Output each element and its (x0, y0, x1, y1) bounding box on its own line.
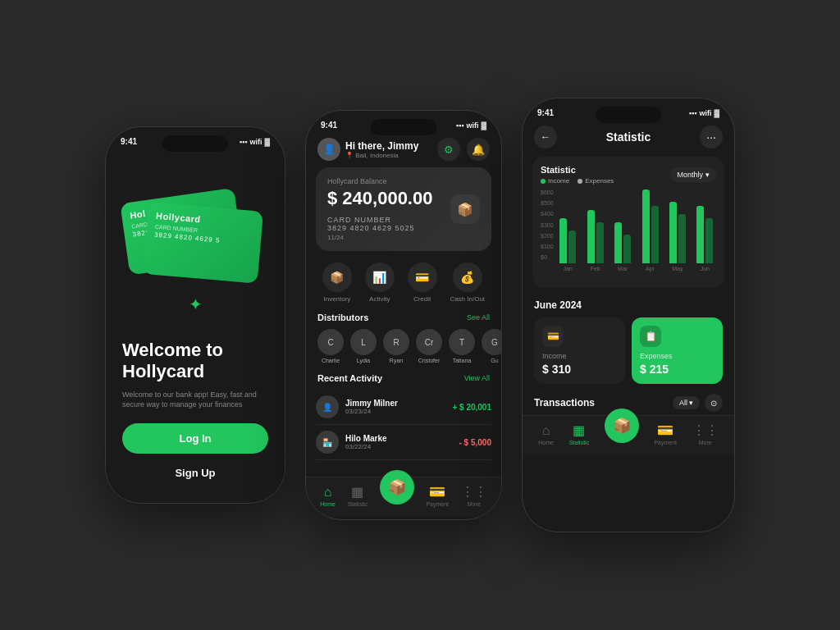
dist-avatar-charlie: C (317, 329, 344, 355)
nav-home[interactable]: ⌂ Home (320, 485, 336, 507)
balance-label: Hollycard Balance (327, 177, 480, 185)
dist-name-gu: Gu (491, 358, 498, 363)
activity-label: Activity (369, 295, 390, 303)
activity-name-1: Jimmy Milner (345, 399, 445, 408)
home-nav-icon: ⌂ (324, 485, 332, 500)
y-0: $0 (541, 254, 554, 260)
bar-group-jan: Jan (557, 218, 579, 272)
filter-options-button[interactable]: ⊙ (705, 394, 723, 412)
activity-info-2: Hilo Marke 03/22/24 (345, 434, 453, 450)
nav-statistic-active[interactable]: ▦ Statistic (569, 422, 590, 445)
login-button[interactable]: Log In (122, 423, 268, 454)
dist-name-tatiana: Tatiana (453, 358, 472, 363)
dist-lydia[interactable]: L Lydia (350, 329, 377, 363)
activity-item-1[interactable]: 👤 Jimmy Milner 03/23/24 + $ 20,001 (316, 390, 491, 425)
action-activity[interactable]: 📊 Activity (365, 262, 395, 303)
legend-income: Income (541, 177, 569, 185)
wifi-icon-2: wifi (466, 121, 478, 130)
status-icons-1: ▪▪▪ wifi ▓ (240, 138, 270, 146)
dist-avatar-cristofer: Cr (416, 329, 442, 355)
x-label-feb: Feb (591, 266, 600, 272)
y-200: $200 (541, 233, 554, 239)
dist-charlie[interactable]: C Charlie (317, 329, 344, 363)
action-cashinout[interactable]: 💰 Cash In/Out (450, 262, 485, 303)
income-card-label: Income (542, 352, 617, 360)
nav-more-stat[interactable]: ⋮⋮ More (692, 422, 719, 445)
nav-center-button-stat[interactable]: 📦 (605, 409, 639, 443)
quick-actions: 📦 Inventory 📊 Activity 💳 Credit 💰 Cash I… (306, 258, 501, 309)
nav-home-stat[interactable]: ⌂ Home (538, 423, 554, 445)
nav-payment-stat[interactable]: 💳 Payment (654, 422, 677, 445)
welcome-title: Welcome to Hollycard (122, 340, 268, 383)
bar-expense-jun (705, 218, 713, 263)
nav-statistic[interactable]: ▦ Statistic (348, 484, 368, 507)
nav-center-button[interactable]: 📦 (380, 470, 414, 504)
legend-expenses: Expenses (578, 177, 614, 185)
statistic-nav-icon-active: ▦ (573, 422, 585, 438)
activity-icon: 📊 (365, 262, 395, 292)
dist-tatiana[interactable]: T Tatiana (449, 329, 475, 363)
cashinout-label: Cash In/Out (450, 295, 485, 303)
dist-name-charlie: Charlie (322, 358, 340, 363)
nav-more[interactable]: ⋮⋮ More (461, 484, 487, 507)
status-time-2: 9:41 (321, 121, 337, 130)
signal-icon-2: ▪▪▪ (456, 121, 464, 130)
payment-nav-label: Payment (426, 501, 449, 507)
dist-gu[interactable]: G Gu (482, 329, 501, 363)
signal-icon-3: ▪▪▪ (689, 109, 697, 117)
back-button[interactable]: ← (534, 126, 557, 148)
bottom-nav-stat: ⌂ Home ▦ Statistic 📦 💳 Payment ⋮⋮ More (523, 415, 734, 455)
welcome-subtitle: Welcome to our bank app! Easy, fast and … (122, 390, 268, 410)
bar-pair-jan (559, 218, 576, 263)
notch-2 (371, 119, 436, 135)
phone-home: 9:41 ▪▪▪ wifi ▓ 👤 Hi there, Jimmy 📍 Bali… (305, 110, 502, 520)
chevron-down-icon: ▾ (705, 171, 710, 179)
bar-group-may: May (666, 202, 688, 272)
dist-ryan[interactable]: R Ryan (383, 329, 409, 363)
user-info: 👤 Hi there, Jimmy 📍 Bali, Indonesia (317, 138, 418, 161)
y-100: $100 (541, 244, 554, 249)
dist-cristofer[interactable]: Cr Cristofer (416, 329, 442, 363)
income-card[interactable]: 💳 Income $ 310 (534, 317, 625, 384)
x-label-may: May (672, 266, 682, 272)
view-all-link[interactable]: View All (464, 374, 490, 382)
y-500: $500 (541, 200, 554, 206)
more-options-button[interactable]: ··· (700, 126, 723, 148)
activity-date-2: 03/22/24 (345, 443, 453, 450)
card-number-label-home: CARD NUMBER (327, 216, 391, 224)
statistic-nav-label: Statistic (348, 501, 368, 507)
phone-welcome: 9:41 ▪▪▪ wifi ▓ Hol CARD NUMBER 3829 462… (105, 126, 285, 504)
action-credit[interactable]: 💳 Credit (408, 262, 437, 303)
x-label-apr: Apr (646, 266, 655, 272)
dist-name-lydia: Lydia (357, 358, 370, 363)
bar-pair-jun (696, 206, 713, 263)
more-nav-label-stat: More (699, 440, 712, 445)
greeting-text: Hi there, Jimmy (345, 140, 418, 152)
settings-icon-btn[interactable]: ⚙ (437, 138, 460, 161)
all-filter-button[interactable]: All ▾ (673, 396, 700, 409)
dist-avatar-ryan: R (383, 329, 409, 355)
user-avatar: 👤 (317, 138, 340, 161)
filter-chevron-icon: ▾ (689, 399, 693, 407)
activity-avatar-1: 👤 (316, 395, 339, 418)
signal-icon: ▪▪▪ (240, 138, 248, 146)
balance-expiry: 11/24 (327, 234, 480, 241)
income-dot (541, 179, 546, 184)
notification-icon-btn[interactable]: 🔔 (467, 138, 490, 161)
expense-card[interactable]: 📋 Expenses $ 215 (632, 317, 723, 384)
income-legend-label: Income (548, 177, 569, 185)
activity-item-2[interactable]: 🏪 Hilo Marke 03/22/24 - $ 5,000 (316, 425, 491, 460)
signup-button[interactable]: Sign Up (122, 462, 268, 484)
monthly-selector[interactable]: Monthly ▾ (670, 167, 716, 182)
see-all-link[interactable]: See All (467, 313, 490, 322)
welcome-content: Hol CARD NUMBER 3829 4629 0023 Hollycard… (106, 149, 285, 500)
payment-nav-label-stat: Payment (654, 440, 677, 445)
x-label-jan: Jan (564, 266, 573, 272)
nav-payment[interactable]: 💳 Payment (426, 484, 449, 507)
balance-card: Hollycard Balance $ 240,000.00 CARD NUMB… (316, 167, 491, 251)
inventory-label: Inventory (323, 295, 350, 303)
card-display-area: Hol CARD NUMBER 3829 4629 0023 Hollycard… (106, 149, 285, 326)
bar-income-jan (559, 218, 567, 263)
transactions-title: Transactions (534, 397, 595, 409)
action-inventory[interactable]: 📦 Inventory (322, 262, 352, 303)
